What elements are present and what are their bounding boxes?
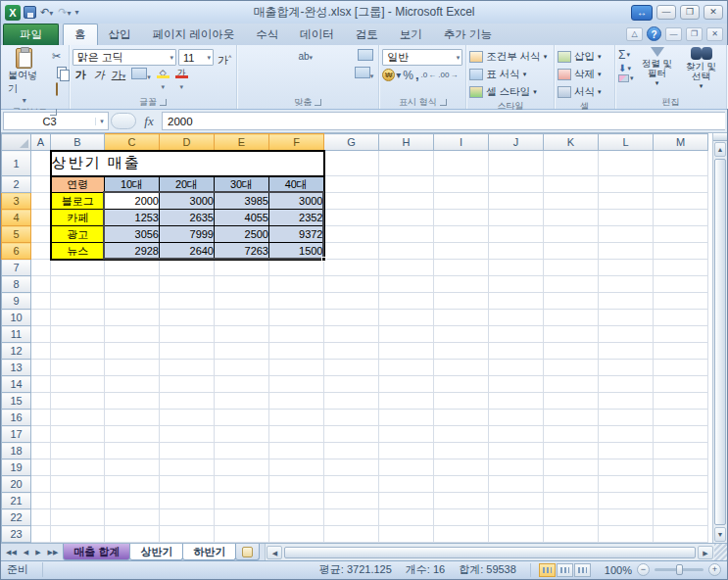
cell[interactable] bbox=[544, 376, 599, 393]
cell[interactable] bbox=[599, 360, 654, 376]
minimize-button[interactable]: — bbox=[656, 5, 676, 20]
cell-A7[interactable] bbox=[31, 260, 51, 276]
cell[interactable] bbox=[215, 493, 269, 509]
cell-E5[interactable]: 2500 bbox=[215, 226, 269, 243]
resize-grip[interactable] bbox=[714, 544, 727, 559]
cell[interactable] bbox=[379, 410, 434, 426]
cell[interactable] bbox=[489, 376, 544, 393]
column-header-A[interactable]: A bbox=[31, 134, 51, 151]
cell[interactable] bbox=[434, 526, 489, 543]
cell[interactable] bbox=[434, 443, 489, 459]
cell[interactable] bbox=[215, 476, 269, 493]
cell-C6[interactable]: 2928 bbox=[105, 243, 160, 260]
cell[interactable] bbox=[269, 493, 324, 509]
cell[interactable] bbox=[434, 393, 489, 410]
cell-E4[interactable]: 4055 bbox=[215, 210, 269, 226]
tab-home[interactable]: 홈 bbox=[63, 24, 98, 45]
cell[interactable] bbox=[160, 476, 215, 493]
cell[interactable] bbox=[434, 493, 489, 509]
cell[interactable] bbox=[654, 509, 708, 526]
cell[interactable] bbox=[160, 526, 215, 543]
cell[interactable] bbox=[105, 526, 160, 543]
row-header-15[interactable]: 15 bbox=[2, 393, 31, 410]
cell[interactable] bbox=[654, 360, 708, 376]
cell[interactable] bbox=[324, 310, 379, 326]
tab-addins[interactable]: 추가 기능 bbox=[433, 24, 503, 45]
cell[interactable] bbox=[489, 326, 544, 343]
cell[interactable] bbox=[379, 276, 434, 293]
column-header-K[interactable]: K bbox=[544, 134, 599, 151]
cell[interactable] bbox=[379, 293, 434, 310]
cell[interactable] bbox=[51, 376, 105, 393]
cell[interactable] bbox=[544, 526, 599, 543]
cell-D2[interactable]: 20대 bbox=[160, 176, 215, 193]
cell[interactable] bbox=[434, 243, 489, 260]
tab-data[interactable]: 데이터 bbox=[289, 24, 345, 45]
cell[interactable] bbox=[599, 410, 654, 426]
cell[interactable] bbox=[599, 243, 654, 260]
column-header-H[interactable]: H bbox=[379, 134, 434, 151]
cell[interactable] bbox=[269, 459, 324, 476]
cell[interactable] bbox=[324, 509, 379, 526]
cell[interactable] bbox=[599, 176, 654, 193]
cell[interactable] bbox=[544, 476, 599, 493]
cell[interactable] bbox=[434, 151, 489, 176]
find-select-button[interactable]: 찾기 및 선택▾ bbox=[681, 47, 722, 96]
table-title-cell[interactable]: 상반기 매출 bbox=[51, 151, 324, 176]
cell[interactable] bbox=[599, 210, 654, 226]
cell[interactable] bbox=[51, 493, 105, 509]
align-center-icon[interactable] bbox=[259, 67, 275, 82]
cell[interactable] bbox=[434, 293, 489, 310]
cell-C5[interactable]: 3056 bbox=[105, 226, 160, 243]
cell[interactable] bbox=[599, 193, 654, 210]
tab-file[interactable]: 파일 bbox=[3, 24, 59, 45]
zoom-in-icon[interactable]: + bbox=[708, 563, 721, 576]
scroll-right-icon[interactable]: ▶ bbox=[698, 546, 713, 559]
font-color-button[interactable]: 가▾ bbox=[173, 68, 190, 83]
cell[interactable] bbox=[599, 260, 654, 276]
first-sheet-icon[interactable]: ◀◀ bbox=[3, 548, 20, 557]
workbook-close-button[interactable]: ✕ bbox=[706, 27, 723, 41]
tab-insert[interactable]: 삽입 bbox=[98, 24, 142, 45]
cell[interactable] bbox=[160, 426, 215, 443]
row-header-21[interactable]: 21 bbox=[2, 493, 31, 509]
cell[interactable] bbox=[544, 493, 599, 509]
align-top-icon[interactable] bbox=[240, 49, 257, 65]
cell[interactable] bbox=[434, 343, 489, 360]
cell[interactable] bbox=[51, 509, 105, 526]
cell[interactable] bbox=[160, 293, 215, 310]
cell[interactable] bbox=[51, 326, 105, 343]
cell[interactable] bbox=[324, 151, 379, 176]
clear-icon[interactable]: ▾ bbox=[618, 74, 634, 82]
cell[interactable] bbox=[489, 526, 544, 543]
cell-A9[interactable] bbox=[31, 293, 51, 310]
cell-F2[interactable]: 40대 bbox=[269, 176, 324, 193]
cell-A10[interactable] bbox=[31, 310, 51, 326]
cell[interactable] bbox=[269, 360, 324, 376]
page-break-view-icon[interactable] bbox=[574, 563, 591, 577]
cell[interactable] bbox=[544, 310, 599, 326]
cell-A16[interactable] bbox=[31, 410, 51, 426]
cell[interactable] bbox=[489, 509, 544, 526]
cell[interactable] bbox=[105, 410, 160, 426]
cell[interactable] bbox=[105, 343, 160, 360]
cell[interactable] bbox=[599, 293, 654, 310]
cell-A20[interactable] bbox=[31, 476, 51, 493]
row-header-18[interactable]: 18 bbox=[2, 443, 31, 459]
cell[interactable] bbox=[51, 343, 105, 360]
row-header-14[interactable]: 14 bbox=[2, 376, 31, 393]
workbook-restore-button[interactable]: ❐ bbox=[686, 27, 703, 41]
cell[interactable] bbox=[324, 410, 379, 426]
cell[interactable] bbox=[324, 293, 379, 310]
cell[interactable] bbox=[269, 476, 324, 493]
insert-worksheet-icon[interactable] bbox=[235, 544, 260, 559]
cell-F5[interactable]: 9372 bbox=[269, 226, 324, 243]
cell[interactable] bbox=[160, 276, 215, 293]
row-header-17[interactable]: 17 bbox=[2, 426, 31, 443]
cell-B6[interactable]: 뉴스 bbox=[51, 243, 105, 260]
cell[interactable] bbox=[105, 493, 160, 509]
sheet-tab-second-half[interactable]: 하반기 bbox=[182, 544, 236, 559]
row-header-9[interactable]: 9 bbox=[2, 293, 31, 310]
cell-C3[interactable]: 2000 bbox=[105, 193, 160, 210]
cell[interactable] bbox=[51, 260, 105, 276]
